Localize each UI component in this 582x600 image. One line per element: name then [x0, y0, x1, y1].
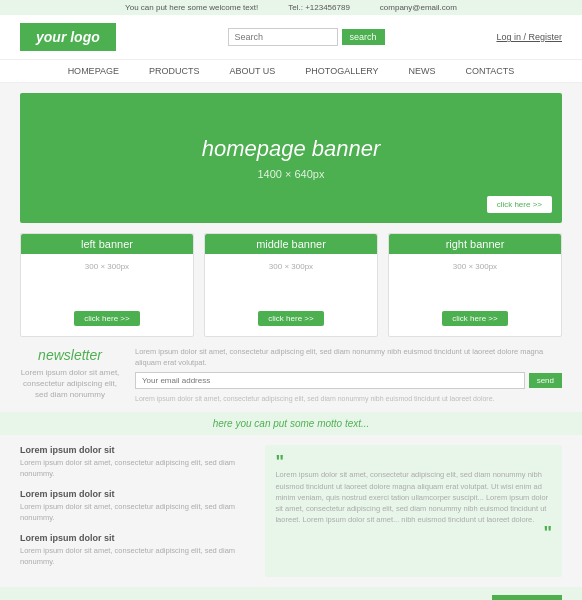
logo: your logo	[20, 23, 116, 51]
newsletter-left: newsletter Lorem ipsum dolor sit amet, c…	[20, 347, 120, 401]
left-banner-size: 300 × 300px	[31, 262, 183, 271]
top-bar: You can put here some welcome text! Tel.…	[0, 0, 582, 15]
newsletter-body: Lorem ipsum dolor sit amet, consectetur …	[135, 347, 562, 368]
content-block-2: Lorem ipsum dolor sit Lorem ipsum dolor …	[20, 489, 250, 523]
left-banner-title: left banner	[21, 234, 193, 254]
nav-news[interactable]: NEWS	[409, 66, 436, 76]
close-quote-icon: "	[275, 526, 552, 540]
newsletter-input-row: send	[135, 372, 562, 389]
nav-about[interactable]: ABOUT US	[229, 66, 275, 76]
newsletter-section: newsletter Lorem ipsum dolor sit amet, c…	[20, 347, 562, 402]
welcome-text: You can put here some welcome text!	[125, 3, 258, 12]
footer-top: HOMEPAGE PRODUCTS ABOUT US PHOTOGALLERY …	[20, 595, 562, 600]
content-block-1: Lorem ipsum dolor sit Lorem ipsum dolor …	[20, 445, 250, 479]
right-banner-button[interactable]: click here >>	[442, 311, 507, 326]
nav-homepage[interactable]: HOMEPAGE	[68, 66, 119, 76]
send-button[interactable]: send	[529, 373, 562, 388]
block-title-3: Lorem ipsum dolor sit	[20, 533, 250, 543]
footer: HOMEPAGE PRODUCTS ABOUT US PHOTOGALLERY …	[0, 587, 582, 600]
open-quote-icon: "	[275, 455, 552, 469]
block-text-3: Lorem ipsum dolor sit amet, consectetur …	[20, 546, 250, 567]
left-banner-card: left banner 300 × 300px click here >>	[20, 233, 194, 337]
search-button[interactable]: search	[342, 29, 385, 45]
content-section: Lorem ipsum dolor sit Lorem ipsum dolor …	[20, 445, 562, 577]
content-block-3: Lorem ipsum dolor sit Lorem ipsum dolor …	[20, 533, 250, 567]
middle-banner-size: 300 × 300px	[215, 262, 367, 271]
middle-banner-title: middle banner	[205, 234, 377, 254]
quote-text: Lorem ipsum dolor sit amet, consectetur …	[275, 469, 552, 525]
newsletter-right: Lorem ipsum dolor sit amet, consectetur …	[135, 347, 562, 402]
header: your logo search Log in / Register	[0, 15, 582, 59]
email-text: company@email.com	[380, 3, 457, 12]
right-banner-card: right banner 300 × 300px click here >>	[388, 233, 562, 337]
nav-contacts[interactable]: CONTACTS	[466, 66, 515, 76]
nav-photogallery[interactable]: PHOTOGALLERY	[305, 66, 378, 76]
middle-banner-card: middle banner 300 × 300px click here >>	[204, 233, 378, 337]
newsletter-label: newsletter	[20, 347, 120, 363]
hero-cta-button[interactable]: click here >>	[487, 196, 552, 213]
nav-products[interactable]: PRODUCTS	[149, 66, 200, 76]
motto-text: here you can put some motto text...	[213, 418, 370, 429]
middle-banner-button[interactable]: click here >>	[258, 311, 323, 326]
login-link[interactable]: Log in / Register	[496, 32, 562, 42]
banners-row: left banner 300 × 300px click here >> mi…	[20, 233, 562, 337]
right-banner-title: right banner	[389, 234, 561, 254]
block-title-1: Lorem ipsum dolor sit	[20, 445, 250, 455]
left-banner-button[interactable]: click here >>	[74, 311, 139, 326]
motto-bar: here you can put some motto text...	[0, 412, 582, 435]
tel-text: Tel.: +123456789	[288, 3, 350, 12]
newsletter-footer-note: Lorem ipsum dolor sit amet, consectetur …	[135, 395, 562, 402]
block-text-1: Lorem ipsum dolor sit amet, consectetur …	[20, 458, 250, 479]
email-input[interactable]	[135, 372, 525, 389]
main-nav: HOMEPAGE PRODUCTS ABOUT US PHOTOGALLERY …	[0, 59, 582, 83]
footer-logo: your logo	[492, 595, 562, 600]
content-left: Lorem ipsum dolor sit Lorem ipsum dolor …	[20, 445, 250, 577]
right-banner-size: 300 × 300px	[399, 262, 551, 271]
hero-title: homepage banner	[202, 136, 381, 162]
hero-subtitle: 1400 × 640px	[258, 168, 325, 180]
block-title-2: Lorem ipsum dolor sit	[20, 489, 250, 499]
search-area: search	[228, 28, 385, 46]
newsletter-description: Lorem ipsum dolor sit amet, consectetur …	[20, 367, 120, 401]
hero-banner: homepage banner 1400 × 640px click here …	[20, 93, 562, 223]
block-text-2: Lorem ipsum dolor sit amet, consectetur …	[20, 502, 250, 523]
search-input[interactable]	[228, 28, 338, 46]
content-right: " Lorem ipsum dolor sit amet, consectetu…	[265, 445, 562, 577]
